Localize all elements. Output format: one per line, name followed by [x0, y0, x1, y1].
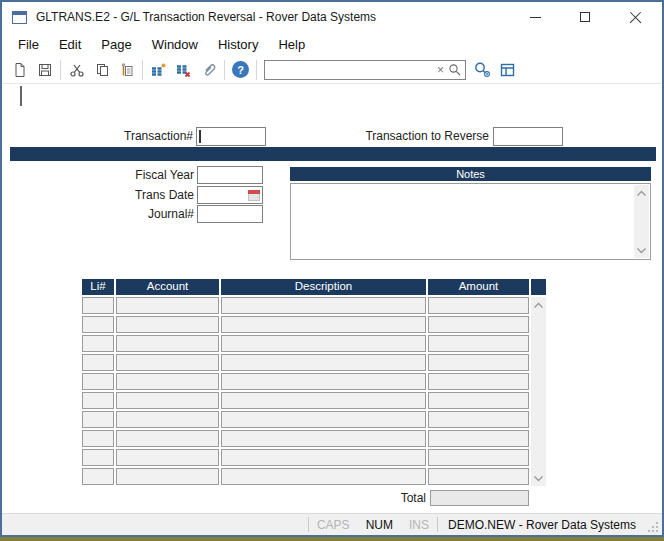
grid-cell[interactable] [428, 297, 529, 314]
menu-bar: File Edit Page Window History Help [2, 32, 662, 56]
help-button[interactable]: ? [228, 58, 253, 82]
grid-cell[interactable] [116, 354, 219, 371]
maximize-button[interactable] [572, 6, 598, 28]
transaction-input[interactable] [196, 127, 266, 146]
save-button[interactable] [32, 58, 57, 82]
paste-icon [119, 62, 135, 78]
journal-input[interactable] [197, 205, 263, 223]
grid-cell[interactable] [116, 392, 219, 409]
insert-rows-button[interactable] [146, 58, 171, 82]
grid-cell[interactable] [221, 449, 426, 466]
toolbar-separator [256, 60, 257, 80]
grid-cell[interactable] [116, 373, 219, 390]
lookup-button[interactable] [470, 58, 495, 82]
grid-cell[interactable] [82, 373, 114, 390]
scroll-up-icon[interactable] [531, 298, 546, 312]
minimize-icon [530, 17, 541, 18]
lookup-icon [473, 61, 492, 78]
menu-edit[interactable]: Edit [49, 34, 91, 55]
transaction-label: Transaction# [60, 127, 193, 146]
table-row [2, 335, 662, 352]
table-row [2, 297, 662, 314]
grid-cell[interactable] [221, 316, 426, 333]
search-clear-icon[interactable]: × [433, 61, 448, 79]
close-button[interactable] [622, 6, 648, 28]
menu-help[interactable]: Help [268, 34, 315, 55]
resize-grip[interactable] [646, 516, 660, 534]
grid-cell[interactable] [428, 335, 529, 352]
grid-cell[interactable] [428, 354, 529, 371]
trans-date-input[interactable] [197, 186, 263, 204]
new-document-button[interactable] [7, 58, 32, 82]
copy-button[interactable] [89, 58, 114, 82]
grid-cell[interactable] [116, 411, 219, 428]
scroll-up-icon[interactable] [634, 186, 649, 200]
grid-cell[interactable] [221, 335, 426, 352]
scroll-down-icon[interactable] [531, 471, 546, 485]
grid-header-scroll-strip [531, 279, 546, 295]
grid-scrollbar[interactable] [531, 297, 546, 486]
menu-window[interactable]: Window [142, 34, 208, 55]
grid-cell[interactable] [221, 430, 426, 447]
grid-cell[interactable] [221, 373, 426, 390]
table-row [2, 468, 662, 485]
grid-cell[interactable] [82, 411, 114, 428]
grid-header-amount: Amount [428, 279, 529, 295]
grid-cell[interactable] [82, 297, 114, 314]
grid-cell[interactable] [116, 316, 219, 333]
notes-textarea[interactable] [290, 183, 651, 260]
transaction-to-reverse-input[interactable] [493, 127, 563, 146]
grid-cell[interactable] [82, 449, 114, 466]
grid-cell[interactable] [428, 430, 529, 447]
grid-cell[interactable] [428, 411, 529, 428]
menu-history[interactable]: History [208, 34, 268, 55]
grid-cell[interactable] [428, 316, 529, 333]
attach-button[interactable] [196, 58, 221, 82]
paste-button[interactable] [114, 58, 139, 82]
grid-cell[interactable] [221, 411, 426, 428]
grid-cell[interactable] [116, 468, 219, 485]
search-input[interactable] [265, 62, 433, 78]
menu-file[interactable]: File [8, 34, 49, 55]
table-row [2, 449, 662, 466]
grid-cell[interactable] [221, 468, 426, 485]
grid-cell[interactable] [428, 373, 529, 390]
table-layout-icon [499, 62, 516, 78]
grid-cell[interactable] [82, 335, 114, 352]
table-row [2, 373, 662, 390]
table-row [2, 354, 662, 371]
journal-label: Journal# [80, 205, 194, 223]
grid-cell[interactable] [116, 449, 219, 466]
total-label: Total [330, 490, 426, 506]
calendar-icon[interactable] [248, 190, 260, 201]
grid-cell[interactable] [428, 392, 529, 409]
search-icon[interactable] [448, 63, 465, 76]
notes-scrollbar[interactable] [634, 185, 649, 258]
input-caret [199, 130, 201, 143]
delete-rows-button[interactable] [171, 58, 196, 82]
grid-cell[interactable] [82, 468, 114, 485]
cut-button[interactable] [64, 58, 89, 82]
grid-cell[interactable] [82, 316, 114, 333]
grid-cell[interactable] [221, 354, 426, 371]
grid-cell[interactable] [82, 430, 114, 447]
grid-cell[interactable] [116, 430, 219, 447]
grid-cell[interactable] [82, 392, 114, 409]
grid-cell[interactable] [116, 297, 219, 314]
menu-page[interactable]: Page [91, 34, 141, 55]
num-indicator: NUM [358, 518, 401, 532]
grid-cell[interactable] [428, 449, 529, 466]
fiscal-year-input[interactable] [197, 166, 263, 184]
notes-header: Notes [290, 167, 651, 181]
minimize-button[interactable] [522, 6, 548, 28]
grid-cell[interactable] [221, 392, 426, 409]
grid-cell[interactable] [428, 468, 529, 485]
caps-indicator: CAPS [309, 518, 358, 532]
grid-cell[interactable] [116, 335, 219, 352]
grid-cell[interactable] [82, 354, 114, 371]
grid-cell[interactable] [221, 297, 426, 314]
title-bar: GLTRANS.E2 - G/L Transaction Reversal - … [2, 2, 662, 32]
scroll-down-icon[interactable] [634, 243, 649, 257]
layout-button[interactable] [495, 58, 520, 82]
window-title: GLTRANS.E2 - G/L Transaction Reversal - … [36, 10, 376, 24]
